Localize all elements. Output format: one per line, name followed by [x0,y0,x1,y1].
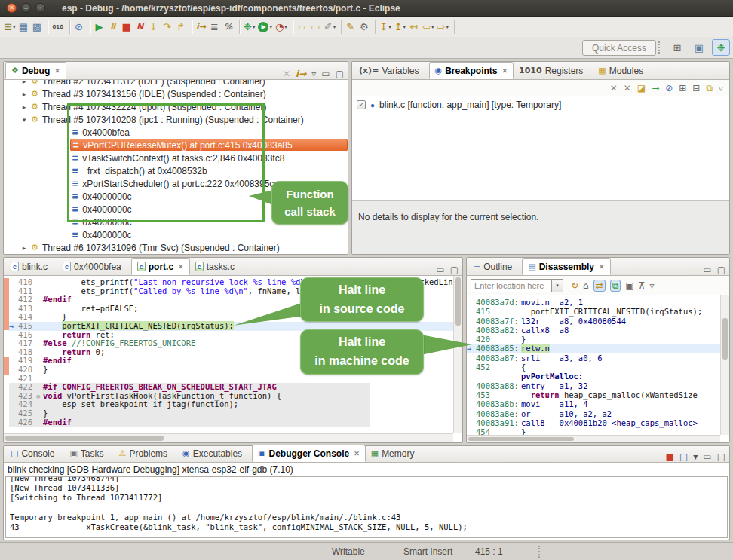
tab[interactable]: ◉ Executables [177,445,252,462]
editor-tab[interactable]: c tasks.c [190,258,244,275]
tab[interactable]: ≡ Outline [468,258,522,275]
disassembly-line[interactable]: 40083a87:srli a3, a0, 6 [467,353,720,363]
toolbar-button[interactable]: ↤ [408,19,422,35]
scrollbar-thumb[interactable] [455,277,461,326]
toolbar-button[interactable]: ↓ [148,19,161,35]
disassembly-code-area[interactable]: 40083a7d:movi.n a2, 1 415 portEXIT_CRITI… [467,295,720,435]
tab[interactable]: 1010 Registers [514,62,593,79]
perspective-button[interactable]: ⊞ [668,39,686,56]
window-minimize-icon[interactable]: – [21,3,31,13]
scrollbar-thumb[interactable] [5,436,164,441]
tab-close-icon[interactable]: ✕ [54,67,60,75]
disassembly-line[interactable]: 40083a82:callx8 a8 [467,326,720,335]
disassembly-line[interactable]: 420} [467,335,720,344]
view-toolbar-icon[interactable]: ▣ [625,280,633,291]
expand-arrow-icon[interactable]: ▾ [19,116,29,124]
view-toolbar-icon[interactable]: ▢ [450,265,459,275]
chevron-down-icon[interactable]: ▾ [446,24,449,30]
view-toolbar-icon[interactable]: ▾ [693,451,698,462]
debug-tree-row[interactable]: ≡ 0x4000000c [4,228,348,241]
view-toolbar-icon[interactable]: ▢ [336,69,344,79]
disassembly-vertical-scrollbar[interactable] [720,295,729,435]
tab-debug[interactable]: ❖ Debug ✕ [5,62,66,79]
editor-horizontal-scrollbar[interactable] [4,433,453,442]
view-toolbar-icon[interactable]: ▢ [717,265,725,275]
tab-close-icon[interactable]: ✕ [599,263,605,271]
view-toolbar-icon[interactable]: ⊟ [692,83,700,93]
disassembly-line[interactable]: 452{ [467,363,720,372]
view-toolbar-icon[interactable]: ▿ [311,69,316,79]
disassembly-horizontal-scrollbar[interactable] [467,435,720,442]
view-toolbar-icon[interactable]: ▢ [717,451,725,462]
view-toolbar-icon[interactable]: ▭ [436,265,444,275]
view-toolbar-icon[interactable]: ✕ [283,69,290,79]
debug-tree-row[interactable]: ▸ ⚙ Thread #6 1073431096 (Tmr Svc) (Susp… [4,241,348,254]
tab-close-icon[interactable]: ✕ [354,450,360,457]
view-toolbar-icon[interactable]: ▭ [703,265,711,275]
tab-close-icon[interactable]: ✕ [501,67,508,75]
editor-tab[interactable]: c port.c ✕ [131,258,190,275]
toolbar-button[interactable]: ▩ [31,19,44,35]
disassembly-line[interactable]: pvPortMalloc: [467,372,720,381]
chevron-down-icon[interactable]: ▾ [388,24,391,30]
view-toolbar-icon[interactable]: ⊞ [679,83,686,93]
toolbar-button[interactable]: ❉▾ [243,19,257,35]
quick-access-button[interactable]: Quick Access [582,40,656,56]
view-toolbar-icon[interactable]: ■ [666,451,674,462]
chevron-down-icon[interactable]: ▾ [284,24,287,30]
toolbar-button[interactable]: i→ [195,19,209,35]
view-toolbar-icon[interactable]: → [652,83,659,93]
debug-tree-row[interactable]: ≡ 0x4000bfea [4,126,348,139]
editor-tab[interactable]: c 0x4000bfea [57,258,131,275]
view-toolbar-icon[interactable]: ⌂ [583,280,589,291]
toolbar-button[interactable]: ■ [121,19,134,35]
toolbar-button[interactable]: ▱ [296,19,310,35]
debug-tree-row[interactable]: ≡ vPortCPUReleaseMutex() at port.c:415 0… [4,139,348,151]
tab[interactable]: ▣ Tasks [64,445,113,462]
toolbar-button[interactable]: ⊞▾ [3,19,17,35]
debug-tree-row[interactable]: ▾ ⚙ Thread #5 1073410208 (ipc1 : Running… [4,113,348,126]
tab[interactable]: ◉ Breakpoints ✕ [429,62,514,79]
toolbar-button[interactable]: ▶▾ [257,19,274,35]
toolbar-button[interactable]: N [134,19,148,35]
editor-vertical-scrollbar[interactable] [453,276,462,433]
statusbar-drag-handle[interactable] [538,546,541,558]
disassembly-line[interactable]: →40083a85:retw.n [467,344,720,353]
editor-tab[interactable]: c blink.c [5,258,57,275]
debug-tree-row[interactable]: ▸ ⚙ Thread #4 1073432224 (dport) (Suspen… [4,100,348,113]
tab[interactable]: (x)= Variables [354,62,429,79]
debug-tree-row[interactable]: ≡ vTaskSwitchContext() at tasks.c:2,846 … [4,151,348,164]
cursor-position[interactable]: 415 : 1 [475,546,503,557]
view-toolbar-icon[interactable]: ▢ [679,451,688,462]
tab[interactable]: ⚠ Problems [114,445,178,462]
toolbar-button[interactable]: ⇦▾ [422,19,436,35]
code-line[interactable]: 424 esp_set_breakpoint_if_jtag(function)… [9,400,370,409]
toolbar-button[interactable]: ⊘ [73,19,87,35]
tab[interactable]: ▦ Memory [366,445,425,462]
window-maximize-icon[interactable]: ▫ [35,3,45,13]
tab-close-icon[interactable]: ✕ [178,263,184,271]
disassembly-line[interactable]: 415 portEXIT_CRITICAL_NESTED(irqStatus); [467,307,720,316]
toolbar-button[interactable]: ⚙ [358,19,372,35]
toolbar-button[interactable]: ↧▾ [379,19,393,35]
view-toolbar-icon[interactable]: ↻ [571,280,578,291]
view-toolbar-icon[interactable]: ⊼ [639,280,646,291]
view-toolbar-icon[interactable]: ⧉ [610,280,621,292]
location-input[interactable]: Enter location here [471,279,552,292]
disassembly-line[interactable]: 40083a7d:movi.n a2, 1 [467,298,720,307]
view-toolbar-icon[interactable]: ⧉ [706,83,713,93]
view-toolbar-icon[interactable]: ▿ [649,280,654,291]
toolbar-button[interactable]: ↷ [161,19,175,35]
chevron-down-icon[interactable]: ▾ [431,24,434,30]
tab[interactable]: ▤ Disassembly ✕ [522,258,610,275]
toolbar-button[interactable]: ◔▾ [274,19,290,35]
toolbar-button[interactable]: ↥▾ [394,19,408,35]
expand-arrow-icon[interactable]: ▸ [19,90,29,98]
toolbar-button[interactable]: ⇨▾ [437,19,451,35]
breakpoint-checkbox[interactable]: ✓ [357,100,366,109]
toolbar-button[interactable]: 010 [51,19,66,35]
expand-arrow-icon[interactable]: ▸ [19,103,29,111]
view-toolbar-icon[interactable]: ▿ [719,83,723,93]
code-line[interactable]: 426#endif [9,418,370,427]
toolbar-button[interactable]: ≣ [209,19,222,35]
